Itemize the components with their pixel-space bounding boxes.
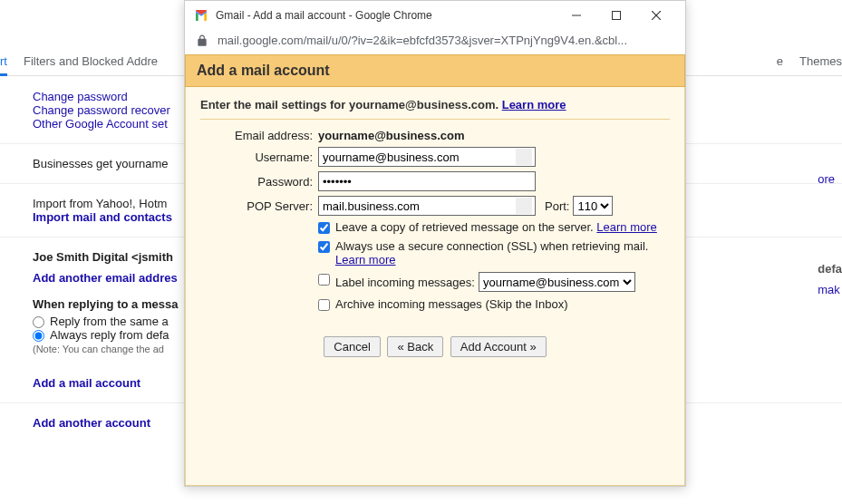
dialog-intro: Enter the mail settings for yourname@bus… <box>200 98 670 111</box>
radio-reply-default[interactable] <box>33 330 44 342</box>
url-text: mail.google.com/mail/u/0/?iv=2&ik=ebfcfd… <box>218 34 674 47</box>
window-title: Gmail - Add a mail account - Google Chro… <box>216 9 556 22</box>
right-mak[interactable]: mak <box>818 283 842 296</box>
label-password: Password: <box>200 175 318 189</box>
label-messages-label: Label incoming messages: <box>335 276 475 289</box>
archive-label: Archive incoming messages (Skip the Inbo… <box>335 297 568 311</box>
link-learn-more-leave-copy[interactable]: Learn more <box>596 220 656 234</box>
reply-opt2-label: Always reply from defa <box>50 328 169 342</box>
popup-window: Gmail - Add a mail account - Google Chro… <box>184 0 686 487</box>
button-row: Cancel « Back Add Account » <box>200 336 670 357</box>
lock-icon <box>196 34 208 47</box>
right-column: ore defa mak <box>818 54 842 296</box>
radio-reply-same[interactable] <box>33 316 44 328</box>
select-label[interactable]: yourname@business.com <box>479 272 635 292</box>
link-learn-more-intro[interactable]: Learn more <box>502 98 566 111</box>
checkbox-label-messages[interactable] <box>318 274 330 286</box>
label-username: Username: <box>200 150 318 164</box>
divider <box>200 119 670 120</box>
window-minimize-button[interactable] <box>556 3 596 28</box>
checkbox-leave-copy[interactable] <box>318 222 330 234</box>
leave-copy-label: Leave a copy of retrieved message on the… <box>335 220 596 234</box>
address-bar: mail.google.com/mail/u/0/?iv=2&ik=ebfcfd… <box>185 30 685 54</box>
input-pop-server[interactable] <box>318 196 536 216</box>
add-account-button[interactable]: Add Account » <box>450 336 547 357</box>
svg-rect-1 <box>613 12 621 20</box>
label-port: Port: <box>545 199 569 213</box>
link-learn-more-ssl[interactable]: Learn more <box>335 253 395 267</box>
reply-opt1-label: Reply from the same a <box>50 315 169 328</box>
cancel-button[interactable]: Cancel <box>324 336 380 357</box>
input-password[interactable] <box>318 171 536 191</box>
select-port[interactable]: 110 <box>573 196 613 216</box>
right-defa: defa <box>818 262 842 276</box>
input-username[interactable] <box>318 147 536 167</box>
tab-filters[interactable]: Filters and Blocked Addre <box>24 54 158 68</box>
gmail-icon <box>194 8 208 23</box>
window-maximize-button[interactable] <box>596 3 636 28</box>
dialog-body: Enter the mail settings for yourname@bus… <box>185 87 685 486</box>
dialog-header: Add a mail account <box>185 54 685 87</box>
label-pop-server: POP Server: <box>200 199 318 213</box>
window-titlebar: Gmail - Add a mail account - Google Chro… <box>185 1 685 30</box>
ssl-label: Always use a secure connection (SSL) whe… <box>335 239 648 253</box>
intro-text: Enter the mail settings for yourname@bus… <box>200 98 502 111</box>
tab-truncated[interactable]: e <box>777 54 783 68</box>
value-email: yourname@business.com <box>318 129 670 142</box>
label-email: Email address: <box>200 129 318 142</box>
back-button[interactable]: « Back <box>387 336 443 357</box>
right-more[interactable]: ore <box>818 172 842 186</box>
window-close-button[interactable] <box>636 3 676 28</box>
checkbox-ssl[interactable] <box>318 241 330 253</box>
checkbox-archive[interactable] <box>318 299 330 311</box>
tab-active[interactable]: rt <box>0 54 7 76</box>
